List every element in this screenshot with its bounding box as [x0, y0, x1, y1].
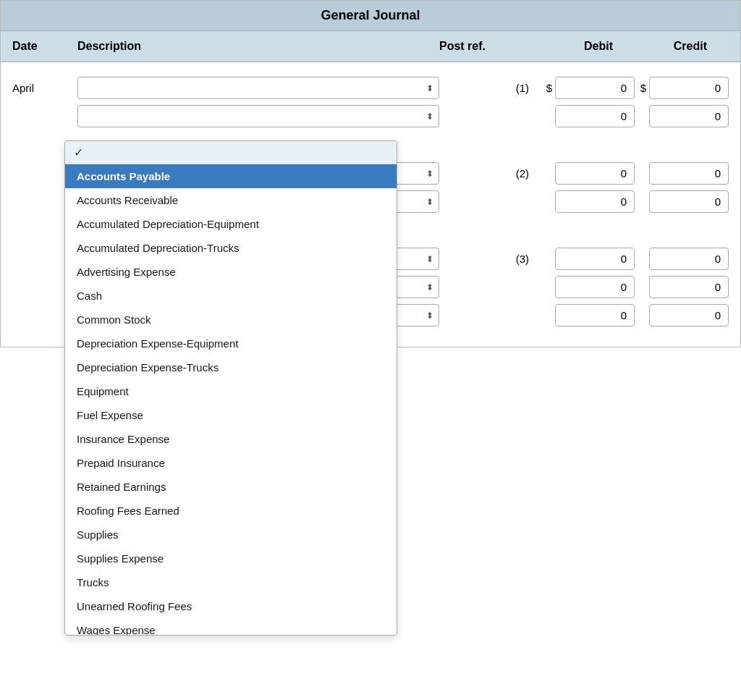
dropdown-item-dep-expense-trucks[interactable]: Depreciation Expense-Trucks [65, 355, 397, 379]
credit-cell-3a [635, 248, 729, 270]
dropdown-item-roofing-fees-earned[interactable]: Roofing Fees Earned [65, 499, 397, 523]
header-postref: Post ref. [439, 40, 541, 53]
journal-container: General Journal Date Description Post re… [0, 0, 741, 347]
entry-ref-1: (1) [439, 82, 541, 94]
dropdown-item-cash[interactable]: Cash [65, 284, 397, 308]
dropdown-item-insurance-expense[interactable]: Insurance Expense [65, 427, 397, 451]
entry-ref-2: (2) [439, 167, 541, 180]
entry-ref-3: (3) [439, 253, 541, 265]
dropdown-item-equipment[interactable]: Equipment [65, 379, 397, 403]
description-select-wrapper-1b: Accounts Payable ⬍ [77, 105, 439, 127]
credit-input-3a[interactable] [649, 248, 729, 270]
dropdown-item-trucks[interactable]: Trucks [65, 570, 397, 594]
dropdown-overlay: ✓ Accounts Payable Accounts Receivable A… [64, 140, 397, 636]
debit-cell-2b [541, 190, 635, 213]
debit-cell-3c [541, 304, 635, 326]
debit-input-1a[interactable] [555, 77, 635, 99]
dropdown-item-dep-expense-equipment[interactable]: Depreciation Expense-Equipment [65, 332, 397, 355]
dropdown-item-common-stock[interactable]: Common Stock [65, 308, 397, 332]
header-description: Description [77, 40, 439, 53]
dropdown-scroll: Accounts Payable Accounts Receivable Acc… [65, 164, 397, 635]
credit-cell-3c [635, 304, 729, 326]
header-date: Date [12, 40, 77, 53]
journal-header: Date Description Post ref. Debit Credit [1, 31, 740, 62]
dropdown-item-prepaid-insurance[interactable]: Prepaid Insurance [65, 451, 397, 475]
dropdown-item-accum-dep-trucks[interactable]: Accumulated Depreciation-Trucks [65, 236, 397, 260]
debit-cell-1a: $ [541, 77, 635, 99]
entry-row-1a: April Accounts Payable Accounts Receivab… [12, 77, 729, 99]
debit-input-3c[interactable] [555, 304, 635, 326]
header-credit: Credit [635, 40, 729, 53]
debit-input-2a[interactable] [555, 162, 635, 185]
dropdown-item-retained-earnings[interactable]: Retained Earnings [65, 475, 397, 499]
dropdown-item-accounts-receivable[interactable]: Accounts Receivable [65, 188, 397, 212]
description-select-wrapper-1: Accounts Payable Accounts Receivable ⬍ [77, 77, 439, 99]
credit-input-3b[interactable] [649, 276, 729, 298]
credit-input-1a[interactable] [649, 77, 729, 99]
credit-input-3c[interactable] [649, 304, 729, 326]
dropdown-item-accounts-payable[interactable]: Accounts Payable [65, 164, 397, 188]
dropdown-check-row: ✓ [65, 141, 397, 164]
dropdown-item-unearned-roofing-fees[interactable]: Unearned Roofing Fees [65, 594, 397, 618]
dollar-sign-debit-1: $ [546, 82, 552, 94]
header-debit: Debit [541, 40, 635, 53]
journal-body: April Accounts Payable Accounts Receivab… [1, 62, 740, 347]
description-select-1[interactable]: Accounts Payable Accounts Receivable [77, 77, 439, 99]
credit-cell-3b [635, 276, 729, 298]
credit-input-2a[interactable] [649, 162, 729, 185]
entry-date-1: April [12, 82, 77, 94]
dropdown-item-fuel-expense[interactable]: Fuel Expense [65, 403, 397, 427]
dropdown-item-wages-expense[interactable]: Wages Expense [65, 618, 397, 635]
description-select-1b[interactable]: Accounts Payable [77, 105, 439, 127]
dollar-sign-credit-1: $ [640, 82, 646, 94]
credit-cell-2a [635, 162, 729, 185]
credit-input-2b[interactable] [649, 190, 729, 213]
debit-input-3b[interactable] [555, 276, 635, 298]
debit-cell-1b [541, 105, 635, 127]
dropdown-item-advertising-expense[interactable]: Advertising Expense [65, 260, 397, 284]
debit-input-3a[interactable] [555, 248, 635, 270]
credit-cell-1a: $ [635, 77, 729, 99]
debit-cell-3a [541, 248, 635, 270]
journal-title: General Journal [1, 1, 740, 31]
debit-cell-2a [541, 162, 635, 185]
credit-input-1b[interactable] [649, 105, 729, 127]
entry-row-1b: Accounts Payable ⬍ [12, 105, 729, 127]
dropdown-item-supplies-expense[interactable]: Supplies Expense [65, 547, 397, 570]
credit-cell-2b [635, 190, 729, 213]
dropdown-item-accum-dep-equipment[interactable]: Accumulated Depreciation-Equipment [65, 212, 397, 236]
credit-cell-1b [635, 105, 729, 127]
dropdown-item-supplies[interactable]: Supplies [65, 523, 397, 547]
debit-input-1b[interactable] [555, 105, 635, 127]
debit-input-2b[interactable] [555, 190, 635, 213]
debit-cell-3b [541, 276, 635, 298]
